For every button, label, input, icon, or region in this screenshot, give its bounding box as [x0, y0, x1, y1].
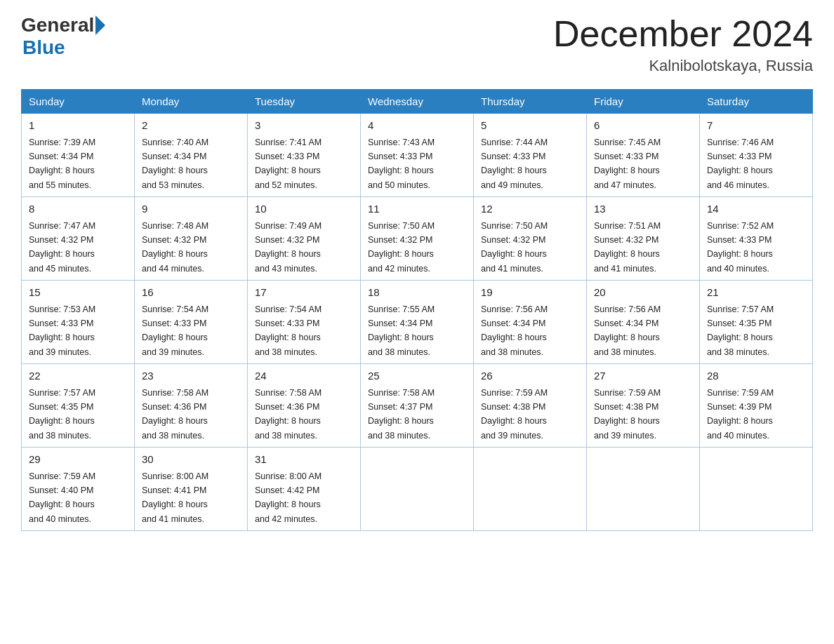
title-section: December 2024 Kalnibolotskaya, Russia [553, 14, 813, 75]
calendar-cell: 16Sunrise: 7:54 AMSunset: 4:33 PMDayligh… [135, 281, 248, 364]
day-info: Sunrise: 7:55 AMSunset: 4:34 PMDaylight:… [368, 304, 435, 357]
week-row-5: 29Sunrise: 7:59 AMSunset: 4:40 PMDayligh… [22, 448, 813, 531]
logo-general-text: General [21, 14, 94, 36]
day-number: 29 [29, 452, 127, 468]
day-number: 1 [29, 118, 127, 134]
calendar-cell: 15Sunrise: 7:53 AMSunset: 4:33 PMDayligh… [22, 281, 135, 364]
calendar-cell: 5Sunrise: 7:44 AMSunset: 4:33 PMDaylight… [474, 114, 587, 197]
calendar-cell: 31Sunrise: 8:00 AMSunset: 4:42 PMDayligh… [248, 448, 361, 531]
day-info: Sunrise: 7:45 AMSunset: 4:33 PMDaylight:… [594, 137, 661, 190]
calendar-cell: 12Sunrise: 7:50 AMSunset: 4:32 PMDayligh… [474, 197, 587, 281]
day-info: Sunrise: 7:40 AMSunset: 4:34 PMDaylight:… [142, 137, 208, 190]
calendar-cell: 26Sunrise: 7:59 AMSunset: 4:38 PMDayligh… [474, 364, 587, 448]
week-row-4: 22Sunrise: 7:57 AMSunset: 4:35 PMDayligh… [22, 364, 813, 448]
week-row-1: 1Sunrise: 7:39 AMSunset: 4:34 PMDaylight… [22, 114, 813, 197]
day-number: 22 [29, 368, 127, 384]
day-number: 21 [707, 285, 805, 301]
weekday-header-monday: Monday [135, 90, 248, 114]
day-info: Sunrise: 7:52 AMSunset: 4:33 PMDaylight:… [707, 221, 774, 274]
day-number: 27 [594, 368, 692, 384]
weekday-header-thursday: Thursday [474, 90, 587, 114]
day-info: Sunrise: 7:59 AMSunset: 4:39 PMDaylight:… [707, 388, 774, 441]
logo-blue-part [94, 15, 105, 35]
page-header: General Blue December 2024 Kalnibolotska… [21, 14, 813, 75]
day-info: Sunrise: 7:57 AMSunset: 4:35 PMDaylight:… [707, 304, 774, 357]
day-number: 4 [368, 118, 466, 134]
calendar-cell: 4Sunrise: 7:43 AMSunset: 4:33 PMDaylight… [361, 114, 474, 197]
logo: General Blue [21, 14, 105, 59]
day-info: Sunrise: 8:00 AMSunset: 4:41 PMDaylight:… [142, 471, 208, 524]
calendar-cell: 30Sunrise: 8:00 AMSunset: 4:41 PMDayligh… [135, 448, 248, 531]
calendar-cell: 29Sunrise: 7:59 AMSunset: 4:40 PMDayligh… [22, 448, 135, 531]
day-info: Sunrise: 7:49 AMSunset: 4:32 PMDaylight:… [255, 221, 322, 274]
day-number: 15 [29, 285, 127, 301]
calendar-cell: 6Sunrise: 7:45 AMSunset: 4:33 PMDaylight… [587, 114, 700, 197]
calendar-cell: 20Sunrise: 7:56 AMSunset: 4:34 PMDayligh… [587, 281, 700, 364]
calendar-cell: 8Sunrise: 7:47 AMSunset: 4:32 PMDaylight… [22, 197, 135, 281]
day-number: 12 [481, 201, 579, 217]
day-number: 17 [255, 285, 353, 301]
day-number: 11 [368, 201, 466, 217]
day-info: Sunrise: 7:56 AMSunset: 4:34 PMDaylight:… [594, 304, 661, 357]
day-number: 26 [481, 368, 579, 384]
calendar-cell: 1Sunrise: 7:39 AMSunset: 4:34 PMDaylight… [22, 114, 135, 197]
day-info: Sunrise: 7:41 AMSunset: 4:33 PMDaylight:… [255, 137, 322, 190]
calendar-cell: 24Sunrise: 7:58 AMSunset: 4:36 PMDayligh… [248, 364, 361, 448]
day-number: 28 [707, 368, 805, 384]
calendar-cell [700, 448, 813, 531]
day-info: Sunrise: 7:58 AMSunset: 4:36 PMDaylight:… [255, 388, 322, 441]
day-number: 24 [255, 368, 353, 384]
calendar-cell [361, 448, 474, 531]
calendar-cell: 7Sunrise: 7:46 AMSunset: 4:33 PMDaylight… [700, 114, 813, 197]
weekday-header-wednesday: Wednesday [361, 90, 474, 114]
day-info: Sunrise: 7:50 AMSunset: 4:32 PMDaylight:… [481, 221, 548, 274]
calendar-cell: 19Sunrise: 7:56 AMSunset: 4:34 PMDayligh… [474, 281, 587, 364]
day-info: Sunrise: 7:44 AMSunset: 4:33 PMDaylight:… [481, 137, 548, 190]
calendar-cell [587, 448, 700, 531]
day-number: 2 [142, 118, 240, 134]
day-info: Sunrise: 7:43 AMSunset: 4:33 PMDaylight:… [368, 137, 435, 190]
calendar-cell: 13Sunrise: 7:51 AMSunset: 4:32 PMDayligh… [587, 197, 700, 281]
day-number: 25 [368, 368, 466, 384]
day-info: Sunrise: 7:58 AMSunset: 4:37 PMDaylight:… [368, 388, 435, 441]
day-info: Sunrise: 7:47 AMSunset: 4:32 PMDaylight:… [29, 221, 95, 274]
day-info: Sunrise: 7:59 AMSunset: 4:40 PMDaylight:… [29, 471, 95, 524]
day-number: 3 [255, 118, 353, 134]
day-number: 6 [594, 118, 692, 134]
calendar-cell: 10Sunrise: 7:49 AMSunset: 4:32 PMDayligh… [248, 197, 361, 281]
day-info: Sunrise: 7:56 AMSunset: 4:34 PMDaylight:… [481, 304, 548, 357]
weekday-header-row: SundayMondayTuesdayWednesdayThursdayFrid… [22, 90, 813, 114]
day-number: 5 [481, 118, 579, 134]
day-info: Sunrise: 7:59 AMSunset: 4:38 PMDaylight:… [594, 388, 661, 441]
logo-blue-text: Blue [22, 36, 65, 59]
calendar-cell: 22Sunrise: 7:57 AMSunset: 4:35 PMDayligh… [22, 364, 135, 448]
calendar-cell: 3Sunrise: 7:41 AMSunset: 4:33 PMDaylight… [248, 114, 361, 197]
day-info: Sunrise: 7:54 AMSunset: 4:33 PMDaylight:… [255, 304, 322, 357]
day-info: Sunrise: 7:58 AMSunset: 4:36 PMDaylight:… [142, 388, 208, 441]
location-title: Kalnibolotskaya, Russia [553, 57, 813, 75]
day-number: 23 [142, 368, 240, 384]
day-number: 18 [368, 285, 466, 301]
calendar-cell: 21Sunrise: 7:57 AMSunset: 4:35 PMDayligh… [700, 281, 813, 364]
day-info: Sunrise: 7:46 AMSunset: 4:33 PMDaylight:… [707, 137, 774, 190]
day-info: Sunrise: 7:51 AMSunset: 4:32 PMDaylight:… [594, 221, 661, 274]
logo-triangle-icon [95, 15, 105, 35]
day-number: 30 [142, 452, 240, 468]
day-info: Sunrise: 7:39 AMSunset: 4:34 PMDaylight:… [29, 137, 95, 190]
calendar-cell: 28Sunrise: 7:59 AMSunset: 4:39 PMDayligh… [700, 364, 813, 448]
day-number: 9 [142, 201, 240, 217]
calendar-cell: 14Sunrise: 7:52 AMSunset: 4:33 PMDayligh… [700, 197, 813, 281]
day-number: 14 [707, 201, 805, 217]
week-row-3: 15Sunrise: 7:53 AMSunset: 4:33 PMDayligh… [22, 281, 813, 364]
calendar-cell: 25Sunrise: 7:58 AMSunset: 4:37 PMDayligh… [361, 364, 474, 448]
day-number: 8 [29, 201, 127, 217]
weekday-header-friday: Friday [587, 90, 700, 114]
day-number: 7 [707, 118, 805, 134]
day-number: 13 [594, 201, 692, 217]
day-info: Sunrise: 7:57 AMSunset: 4:35 PMDaylight:… [29, 388, 95, 441]
calendar-cell [474, 448, 587, 531]
calendar-cell: 11Sunrise: 7:50 AMSunset: 4:32 PMDayligh… [361, 197, 474, 281]
day-info: Sunrise: 7:54 AMSunset: 4:33 PMDaylight:… [142, 304, 208, 357]
day-info: Sunrise: 7:59 AMSunset: 4:38 PMDaylight:… [481, 388, 548, 441]
day-number: 19 [481, 285, 579, 301]
